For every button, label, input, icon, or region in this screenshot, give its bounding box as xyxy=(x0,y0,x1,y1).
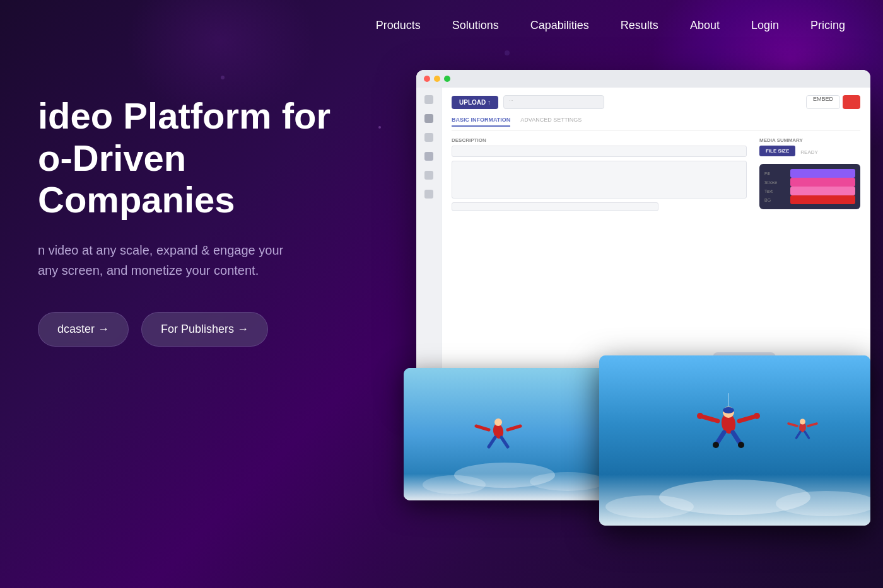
svg-point-27 xyxy=(713,442,719,448)
window-main-content: UPLOAD ↑ ... EMBED xyxy=(441,88,870,385)
skydiver-svg-small xyxy=(404,368,605,500)
svg-point-24 xyxy=(754,413,760,419)
hero-title-line1: ideo Platform for xyxy=(38,95,330,136)
window-tabs: BASIC INFORMATION ADVANCED SETTINGS xyxy=(452,117,860,131)
color-row-stroke: Stroke xyxy=(764,178,855,187)
nav-solutions[interactable]: Solutions xyxy=(452,19,499,32)
video-screen-small xyxy=(404,368,605,500)
svg-point-31 xyxy=(800,419,805,425)
hero-title: ideo Platform for o-Driven Companies xyxy=(38,95,366,221)
window-sidebar xyxy=(416,88,441,385)
sidebar-icon-2 xyxy=(424,114,433,123)
nav-products[interactable]: Products xyxy=(376,19,421,32)
file-size-button[interactable]: FILE SIZE xyxy=(759,146,795,156)
hero-title-line2: o-Driven Companies xyxy=(38,137,235,221)
color-row-bg: BG xyxy=(764,195,855,204)
window-titlebar xyxy=(416,70,870,88)
embed-button[interactable]: EMBED xyxy=(806,95,840,109)
tag-input[interactable] xyxy=(452,202,658,211)
window-maximize-dot xyxy=(444,76,450,82)
publishers-button[interactable]: For Publishers → xyxy=(141,312,268,347)
red-action-button[interactable] xyxy=(843,95,860,109)
color-row-text: Text xyxy=(764,187,855,195)
sidebar-icon-6 xyxy=(424,190,433,199)
upload-button[interactable]: UPLOAD ↑ xyxy=(452,96,498,109)
hero-subtitle: n video at any scale, expand & engage yo… xyxy=(38,240,328,280)
nav-about[interactable]: About xyxy=(690,19,720,32)
svg-point-7 xyxy=(530,472,605,491)
hero-left: ideo Platform for o-Driven Companies n v… xyxy=(0,70,366,347)
nav-results[interactable]: Results xyxy=(621,19,658,32)
tab-advanced-settings[interactable]: ADVANCED SETTINGS xyxy=(520,117,582,127)
window-close-dot xyxy=(424,76,430,82)
color-swatch-fill[interactable] xyxy=(790,169,855,178)
svg-point-23 xyxy=(697,413,703,419)
video-screen-large xyxy=(599,355,870,526)
nav-capabilities[interactable]: Capabilities xyxy=(530,19,589,32)
nav-pricing[interactable]: Pricing xyxy=(810,19,845,32)
form-right: MEDIA SUMMARY FILE SIZE READY Fill xyxy=(759,137,860,215)
window-topbar: UPLOAD ↑ ... EMBED xyxy=(452,95,860,109)
sidebar-icon-3 xyxy=(424,133,433,142)
navbar: Products Solutions Capabilities Results … xyxy=(0,0,883,32)
broadcaster-button[interactable]: dcaster → xyxy=(38,312,129,347)
title-input[interactable] xyxy=(452,146,747,157)
color-row-fill: Fill xyxy=(764,169,855,178)
description-textarea[interactable] xyxy=(452,161,747,199)
select-dropdown[interactable]: ... xyxy=(503,95,604,109)
hero-section: ideo Platform for o-Driven Companies n v… xyxy=(0,32,883,563)
svg-point-9 xyxy=(494,418,502,426)
sidebar-icon-1 xyxy=(424,95,433,104)
window-form: DESCRIPTION MEDIA SUMMARY FILE SIZE READ… xyxy=(452,137,860,215)
svg-point-6 xyxy=(423,475,486,494)
ready-label: READY xyxy=(800,149,818,155)
window-body: UPLOAD ↑ ... EMBED xyxy=(416,88,870,385)
window-minimize-dot xyxy=(434,76,440,82)
tab-basic-info[interactable]: BASIC INFORMATION xyxy=(452,117,510,127)
dashboard-window: UPLOAD ↑ ... EMBED xyxy=(416,70,870,385)
color-swatch-stroke[interactable] xyxy=(790,178,855,187)
svg-point-28 xyxy=(738,442,744,448)
svg-point-20 xyxy=(723,407,734,413)
color-panel: Fill Stroke Text xyxy=(759,164,860,209)
svg-point-16 xyxy=(605,495,694,518)
nav-login[interactable]: Login xyxy=(751,19,779,32)
hero-buttons: dcaster → For Publishers → xyxy=(38,312,366,347)
color-swatch-text[interactable] xyxy=(790,187,855,195)
description-label: DESCRIPTION xyxy=(452,137,747,143)
sidebar-icon-4 xyxy=(424,152,433,161)
color-swatch-bg[interactable] xyxy=(790,195,855,204)
media-summary-label: MEDIA SUMMARY xyxy=(759,137,860,143)
hero-right: UPLOAD ↑ ... EMBED xyxy=(366,70,883,563)
sidebar-icon-5 xyxy=(424,171,433,180)
skydiver-svg-large xyxy=(599,355,870,526)
form-left: DESCRIPTION xyxy=(452,137,747,215)
